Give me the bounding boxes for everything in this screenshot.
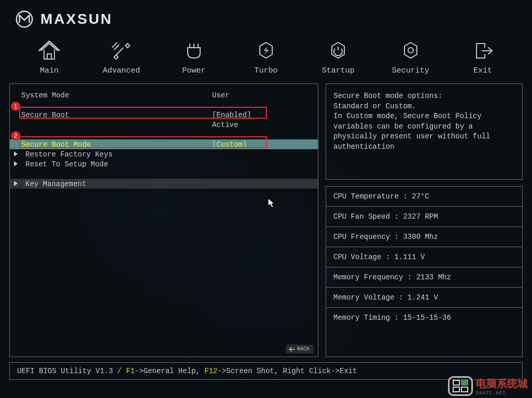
brand-name: MAXSUN bbox=[40, 11, 113, 27]
nav-security[interactable]: Security bbox=[382, 39, 439, 75]
nav-main[interactable]: Main bbox=[21, 39, 78, 75]
power-plug-icon bbox=[183, 39, 205, 62]
submenu-arrow-icon bbox=[14, 161, 18, 166]
stat-memory-voltage: Memory Voltage : 1.241 V bbox=[326, 288, 522, 308]
tools-icon bbox=[110, 39, 133, 62]
secure-boot-mode-value: [Custom] bbox=[212, 140, 247, 149]
stat-cpu-voltage: CPU Voltage : 1.111 V bbox=[326, 247, 522, 267]
exit-icon bbox=[471, 39, 494, 62]
startup-icon bbox=[327, 39, 349, 62]
stat-cpu-frequency: CPU Frequency : 3300 Mhz bbox=[326, 227, 522, 247]
setting-key-management[interactable]: Key Management bbox=[10, 179, 318, 189]
svg-point-1 bbox=[408, 48, 413, 53]
back-button[interactable]: BACK bbox=[286, 345, 314, 353]
watermark: 电脑系统城 DNXTC.NET bbox=[448, 376, 528, 396]
turbo-icon bbox=[255, 39, 277, 62]
setting-secure-boot-status: Active bbox=[10, 120, 318, 130]
nav-exit[interactable]: Exit bbox=[454, 39, 511, 75]
submenu-arrow-icon bbox=[14, 181, 18, 186]
help-text: Secure Boot mode options: Standard or Cu… bbox=[333, 92, 495, 151]
secure-boot-status-value: Active bbox=[212, 121, 238, 129]
nav-advanced[interactable]: Advanced bbox=[93, 39, 150, 75]
secure-boot-value: [Enabled] bbox=[212, 111, 251, 119]
stat-cpu-temperature: CPU Temperature : 27°C bbox=[326, 187, 522, 207]
stat-memory-frequency: Memory Frequency : 2133 Mhz bbox=[326, 267, 522, 288]
header: MAXSUN bbox=[0, 0, 532, 34]
back-arrow-icon bbox=[289, 347, 295, 352]
stat-cpu-fan-speed: CPU Fan Speed : 2327 RPM bbox=[326, 207, 522, 227]
system-stats-panel: CPU Temperature : 27°C CPU Fan Speed : 2… bbox=[326, 186, 523, 357]
windows-logo-icon bbox=[453, 380, 468, 392]
setting-reset-to-setup-mode[interactable]: Reset To Setup Mode bbox=[10, 159, 318, 169]
system-mode-value: User bbox=[212, 91, 230, 100]
help-panel: Secure Boot mode options: Standard or Cu… bbox=[326, 83, 523, 180]
nav-turbo[interactable]: Turbo bbox=[237, 39, 295, 75]
footer-f1-key: F1 bbox=[126, 367, 135, 375]
setting-system-mode: System Mode User bbox=[10, 90, 318, 100]
nav-power[interactable]: Power bbox=[165, 39, 222, 75]
submenu-arrow-icon bbox=[14, 151, 18, 157]
security-icon bbox=[399, 39, 422, 62]
top-nav: Main Advanced Power Turbo Startup Securi… bbox=[0, 34, 532, 80]
home-icon bbox=[38, 39, 61, 62]
footer-f12-key: F12 bbox=[204, 367, 217, 375]
setting-secure-boot-mode[interactable]: Secure Boot Mode [Custom] bbox=[10, 139, 318, 149]
stat-memory-timing: Memory Timing : 15-15-15-36 bbox=[326, 308, 522, 328]
setting-secure-boot[interactable]: Secure Boot [Enabled] bbox=[10, 110, 318, 120]
settings-panel: System Mode User Secure Boot [Enabled] A… bbox=[9, 83, 318, 357]
footer-bar: UEFI BIOS Utility V1.3 / F1->General Hel… bbox=[9, 362, 523, 380]
brand-logo-icon bbox=[15, 9, 34, 29]
setting-restore-factory-keys[interactable]: Restore Factory Keys bbox=[10, 149, 318, 159]
nav-startup[interactable]: Startup bbox=[310, 39, 367, 75]
